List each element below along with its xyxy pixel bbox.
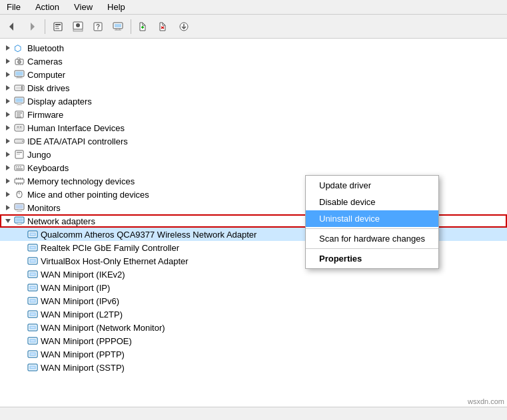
update-driver-button[interactable] xyxy=(69,17,87,36)
tree-item-wan-pptp[interactable]: WAN Miniport (PPTP) xyxy=(0,347,507,361)
svg-rect-30 xyxy=(17,77,21,78)
expander-hid[interactable] xyxy=(3,122,13,133)
expander-cameras[interactable] xyxy=(3,56,13,67)
context-menu-item-uninstall-device[interactable]: Uninstall device xyxy=(306,210,438,227)
tree-item-display-adapters[interactable]: Display adapters xyxy=(0,95,507,108)
svg-rect-83 xyxy=(17,211,22,212)
svg-rect-48 xyxy=(16,126,23,130)
svg-rect-103 xyxy=(31,287,35,288)
expander-memory[interactable] xyxy=(3,176,13,186)
svg-rect-5 xyxy=(55,28,59,29)
svg-rect-67 xyxy=(16,178,17,180)
label-wan-ipv6: WAN Miniport (IPv6) xyxy=(41,296,119,306)
svg-point-8 xyxy=(76,23,80,27)
expander-qualcomm[interactable] xyxy=(16,229,27,240)
expander-jungo[interactable] xyxy=(3,149,13,160)
add-icon xyxy=(139,21,149,32)
properties-button[interactable] xyxy=(49,17,67,36)
expander-mice[interactable] xyxy=(3,189,13,200)
icon-ide xyxy=(13,135,25,147)
svg-rect-49 xyxy=(17,126,19,128)
tree-item-wan-ipv6[interactable]: WAN Miniport (IPv6) xyxy=(0,294,507,308)
svg-rect-53 xyxy=(16,140,23,142)
watermark: wsxdn.com xyxy=(468,397,504,405)
download-icon xyxy=(179,21,189,32)
label-wan-l2tp: WAN Miniport (L2TP) xyxy=(41,310,123,319)
expander-virtualbox[interactable] xyxy=(16,256,27,266)
menu-action[interactable]: Action xyxy=(31,1,63,13)
tree-item-bluetooth[interactable]: ⬡Bluetooth xyxy=(0,41,507,55)
icon-display-adapters xyxy=(13,95,25,107)
svg-rect-64 xyxy=(16,168,23,170)
expander-wan-ikev2[interactable] xyxy=(16,269,27,280)
expander-wan-sstp[interactable] xyxy=(16,362,27,373)
svg-rect-35 xyxy=(21,86,23,90)
menu-view[interactable]: View xyxy=(70,1,97,13)
add-button[interactable] xyxy=(135,17,153,36)
remove-button[interactable] xyxy=(155,17,173,36)
expander-bluetooth[interactable] xyxy=(3,43,13,53)
scan-button[interactable] xyxy=(109,17,127,36)
svg-rect-94 xyxy=(31,247,35,248)
expander-display-adapters[interactable] xyxy=(3,96,13,106)
context-menu-item-properties[interactable]: Properties xyxy=(306,250,438,267)
svg-rect-115 xyxy=(31,340,35,341)
tree-item-wan-netmon[interactable]: WAN Miniport (Network Monitor) xyxy=(0,321,507,334)
svg-marker-51 xyxy=(6,138,10,144)
tree-item-disk-drives[interactable]: Disk drives xyxy=(0,81,507,95)
download-button[interactable] xyxy=(175,17,193,36)
expander-disk-drives[interactable] xyxy=(3,83,13,93)
tree-item-cameras[interactable]: Cameras xyxy=(0,55,507,68)
svg-rect-63 xyxy=(20,166,21,168)
context-menu-item-update-driver[interactable]: Update driver xyxy=(306,177,438,194)
context-menu-item-scan-changes[interactable]: Scan for hardware changes xyxy=(306,230,438,247)
svg-rect-68 xyxy=(18,178,19,180)
expander-wan-pppoe[interactable] xyxy=(16,335,27,346)
forward-button[interactable] xyxy=(23,17,41,36)
expander-wan-ipv6[interactable] xyxy=(16,296,27,306)
tree-item-hid[interactable]: Human Interface Devices xyxy=(0,121,507,134)
svg-rect-74 xyxy=(22,184,23,185)
tree-item-ide[interactable]: IDE ATA/ATAPI controllers xyxy=(0,134,507,148)
svg-rect-73 xyxy=(20,184,21,185)
help-button[interactable]: ? xyxy=(89,17,107,36)
tree-item-wan-pppoe[interactable]: WAN Miniport (PPPOE) xyxy=(0,334,507,347)
expander-ide[interactable] xyxy=(3,136,13,146)
svg-text:?: ? xyxy=(96,23,100,31)
expander-wan-netmon[interactable] xyxy=(16,322,27,333)
icon-memory xyxy=(13,175,25,187)
tree-item-wan-ikev2[interactable]: WAN Miniport (IKEv2) xyxy=(0,268,507,281)
icon-wan-ikev2 xyxy=(27,268,39,280)
context-menu-separator xyxy=(306,248,438,249)
label-realtek: Realtek PCIe GbE Family Controller xyxy=(41,243,179,253)
remove-icon xyxy=(159,21,169,32)
svg-marker-46 xyxy=(6,125,10,130)
svg-rect-72 xyxy=(18,184,19,185)
expander-realtek[interactable] xyxy=(16,242,27,253)
back-button[interactable] xyxy=(3,17,21,36)
icon-bluetooth: ⬡ xyxy=(13,42,25,54)
expander-wan-pptp[interactable] xyxy=(16,349,27,359)
label-monitors: Monitors xyxy=(27,203,61,213)
tree-item-wan-sstp[interactable]: WAN Miniport (SSTP) xyxy=(0,361,507,374)
expander-keyboards[interactable] xyxy=(3,162,13,173)
svg-rect-39 xyxy=(18,103,21,105)
expander-computer[interactable] xyxy=(3,69,13,80)
tree-item-wan-l2tp[interactable]: WAN Miniport (L2TP) xyxy=(0,308,507,321)
expander-firmware[interactable] xyxy=(3,109,13,120)
tree-item-wan-ip[interactable]: WAN Miniport (IP) xyxy=(0,281,507,294)
svg-rect-91 xyxy=(31,234,35,235)
label-qualcomm: Qualcomm Atheros QCA9377 Wireless Networ… xyxy=(41,230,256,240)
expander-monitors[interactable] xyxy=(3,202,13,213)
expander-wan-ip[interactable] xyxy=(16,282,27,293)
icon-wan-pppoe xyxy=(27,335,39,347)
menu-help[interactable]: Help xyxy=(103,1,129,13)
expander-wan-l2tp[interactable] xyxy=(16,309,27,319)
menu-file[interactable]: File xyxy=(3,1,25,13)
tree-item-keyboards[interactable]: Keyboards xyxy=(0,161,507,174)
expander-network-adapters[interactable] xyxy=(3,216,13,226)
tree-item-firmware[interactable]: Firmware xyxy=(0,108,507,121)
context-menu-item-disable-device[interactable]: Disable device xyxy=(306,194,438,210)
tree-item-computer[interactable]: Computer xyxy=(0,68,507,81)
tree-item-jungo[interactable]: Jungo xyxy=(0,148,507,161)
